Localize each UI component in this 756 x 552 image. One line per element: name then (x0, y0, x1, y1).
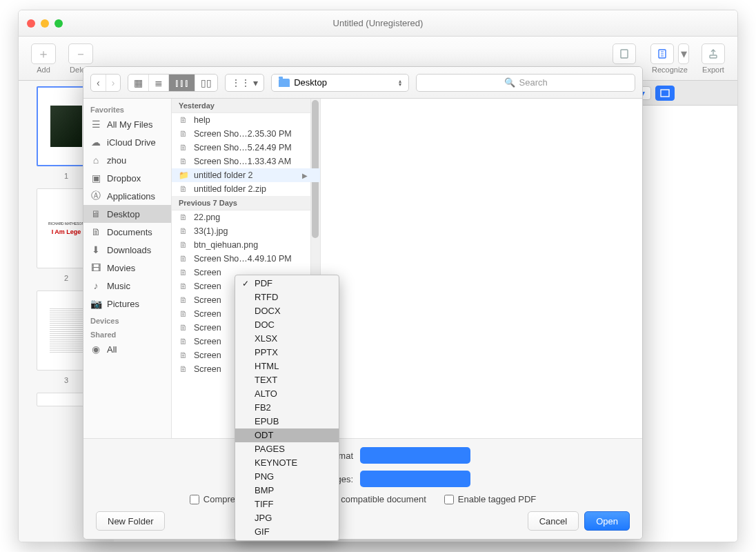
file-name: help (194, 115, 210, 125)
file-row[interactable]: 🗎untitled folder 2.zip (172, 182, 320, 196)
sidebar-item-label: iCloud Drive (107, 137, 156, 148)
delete-button[interactable]: － (68, 43, 93, 64)
sidebar-item-pictures[interactable]: 📷Pictures (83, 295, 171, 313)
forward-button[interactable]: › (106, 75, 121, 91)
file-row[interactable]: 🗎Screen Sho…2.35.30 PM (172, 127, 320, 141)
format-option[interactable]: TEXT (235, 373, 339, 387)
recognize-menu-button[interactable]: ▾ (678, 43, 689, 64)
file-row[interactable]: 🗎help (172, 113, 320, 127)
sidebar-item-label: Dropbox (107, 173, 141, 184)
format-option[interactable]: TIFF (235, 497, 339, 511)
svg-rect-3 (661, 90, 669, 97)
add-button[interactable]: ＋ (31, 43, 56, 64)
search-input[interactable]: 🔍 Search (416, 74, 635, 92)
file-row[interactable]: 🗎btn_qiehuan.png (172, 238, 320, 252)
format-option[interactable]: JPG (235, 511, 339, 525)
format-option[interactable]: DOC (235, 318, 339, 332)
sidebar-item-label: zhou (107, 155, 126, 166)
file-column-2 (321, 99, 642, 438)
sidebar-item-dropbox[interactable]: ▣Dropbox (83, 169, 171, 187)
search-icon: 🔍 (504, 77, 515, 88)
sidebar-item-desktop[interactable]: 🖥Desktop (83, 205, 171, 223)
recognize-label: Recognize (652, 66, 688, 74)
format-option[interactable]: PNG (235, 470, 339, 484)
network-icon: ◉ (90, 344, 101, 355)
sidebar-item-label: Music (107, 281, 130, 291)
sidebar-item-music[interactable]: ♪Music (83, 277, 171, 295)
file-icon: 🗎 (179, 129, 188, 139)
location-dropdown[interactable]: Desktop ▴▾ (271, 74, 409, 92)
view-gallery-icon[interactable]: ▯▯ (195, 75, 217, 91)
format-option[interactable]: RTFD (235, 290, 339, 304)
file-row[interactable]: 🗎33(1).jpg (172, 224, 320, 238)
format-option[interactable]: GIF (235, 525, 339, 539)
format-option[interactable]: HTML (235, 359, 339, 373)
back-button[interactable]: ‹ (91, 75, 106, 91)
file-row[interactable]: 🗎Screen Sho…5.24.49 PM (172, 141, 320, 155)
file-name: Screen (194, 268, 221, 277)
file-icon: 🗎 (179, 309, 188, 319)
cancel-button[interactable]: Cancel (528, 511, 579, 531)
format-option[interactable]: FB2 (235, 401, 339, 415)
new-folder-button[interactable]: New Folder (96, 511, 165, 531)
chevron-updown-icon: ▴▾ (399, 79, 401, 86)
sidebar-item-downloads[interactable]: ⬇︎Downloads (83, 241, 171, 259)
tagged-checkbox[interactable]: Enable tagged PDF (444, 494, 536, 504)
format-dropdown[interactable] (360, 447, 470, 464)
toolbar-recognize-group: ▾ Recognize (650, 43, 689, 74)
folder-icon (279, 79, 290, 87)
sidebar-item-documents[interactable]: 🗎Documents (83, 223, 171, 241)
open-button[interactable]: Open (584, 511, 630, 531)
format-option[interactable]: PPTX (235, 346, 339, 359)
file-name: Screen Sho…4.49.10 PM (194, 254, 292, 264)
file-icon: 🗎 (179, 337, 188, 346)
sidebar-item-label: Downloads (107, 245, 151, 255)
sidebar-item-icloud[interactable]: ☁︎iCloud Drive (83, 133, 171, 151)
format-option[interactable]: BMP (235, 484, 339, 497)
nav-buttons: ‹ › (90, 74, 121, 92)
arrange-icon: ⋮⋮ ▾ (226, 75, 263, 91)
toolbar-export-group: Export (702, 43, 725, 74)
arrange-dropdown[interactable]: ⋮⋮ ▾ (225, 74, 264, 92)
file-row[interactable]: 🗎Screen Sho…1.33.43 AM (172, 155, 320, 168)
format-option[interactable]: XLSX (235, 332, 339, 346)
file-row[interactable]: 🗎Screen Sho…4.49.10 PM (172, 252, 320, 266)
pages-dropdown[interactable] (360, 471, 470, 487)
view-mode-buttons: ▦ ≣ ⫿⫿⫿ ▯▯ (128, 74, 218, 92)
format-option[interactable]: ODT (235, 428, 339, 442)
sidebar-item-all-my-files[interactable]: ☰All My Files (83, 115, 171, 133)
allfiles-icon: ☰ (90, 119, 101, 130)
checkbox-box[interactable] (190, 495, 199, 504)
file-name: Screen (194, 295, 221, 305)
format-option[interactable]: PAGES (235, 442, 339, 456)
music-icon: ♪ (90, 280, 101, 291)
format-option[interactable]: PDF (235, 277, 339, 290)
sidebar-item-applications[interactable]: ⒶApplications (83, 187, 171, 205)
recognize-button[interactable] (650, 43, 674, 64)
sidebar-item-movies[interactable]: 🎞Movies (83, 259, 171, 277)
home-icon: ⌂ (90, 155, 101, 166)
prepare-button[interactable] (613, 43, 636, 64)
file-icon: 🗎 (179, 143, 188, 152)
file-name: Screen (194, 282, 221, 291)
export-button[interactable] (702, 43, 725, 64)
view-columns-icon[interactable]: ⫿⫿⫿ (169, 75, 195, 91)
location-label: Desktop (294, 77, 327, 88)
file-name: Screen (194, 309, 221, 319)
file-row[interactable]: 📁untitled folder 2▶ (172, 168, 320, 182)
format-option[interactable]: DOCX (235, 304, 339, 318)
format-option[interactable]: KEYNOTE (235, 456, 339, 470)
format-option[interactable]: EPUB (235, 415, 339, 428)
file-name: untitled folder 2 (194, 170, 252, 180)
view-icons-icon[interactable]: ▦ (128, 75, 149, 91)
view-list-icon[interactable]: ≣ (149, 75, 169, 91)
sidebar-item-home[interactable]: ⌂zhou (83, 151, 171, 169)
fullscreen-button[interactable] (655, 86, 675, 101)
apps-icon: Ⓐ (90, 190, 101, 201)
checkbox-box[interactable] (444, 495, 454, 504)
file-row[interactable]: 🗎22.png (172, 210, 320, 224)
file-icon: 🗎 (179, 115, 188, 125)
format-option[interactable]: ALTO (235, 387, 339, 401)
sidebar-item-all[interactable]: ◉All (83, 340, 171, 358)
movies-icon: 🎞 (90, 262, 101, 273)
